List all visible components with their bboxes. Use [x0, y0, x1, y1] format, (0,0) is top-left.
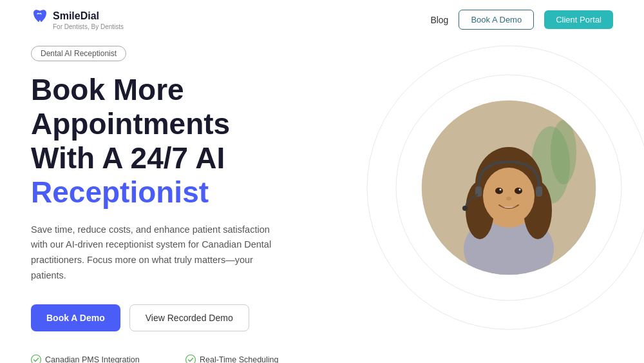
blog-link[interactable]: Blog — [430, 15, 448, 25]
svg-point-23 — [506, 197, 511, 201]
headline-prefix: With A 24/7 AI — [31, 141, 225, 175]
feature-label: Canadian PMS Integration — [45, 355, 140, 363]
svg-point-0 — [32, 355, 41, 363]
headline-suffix: Receptionist — [31, 175, 209, 209]
hero-image — [422, 101, 596, 275]
nav-book-demo-button[interactable]: Book A Demo — [459, 10, 534, 30]
logo-text: SmileDial — [53, 10, 99, 22]
svg-point-26 — [462, 206, 468, 211]
svg-point-22 — [519, 189, 521, 191]
svg-point-20 — [515, 188, 522, 194]
svg-point-19 — [495, 188, 503, 194]
nav-right: Blog Book A Demo Client Portal — [430, 10, 613, 30]
headline-line1: Book More Appointments — [31, 73, 366, 141]
cta-row: Book A Demo View Recorded Demo — [31, 304, 366, 331]
svg-point-18 — [483, 168, 535, 224]
headline-line2: With A 24/7 AI Receptionist — [31, 141, 366, 210]
hero-headline: Book More Appointments With A 24/7 AI Re… — [31, 73, 366, 210]
navbar: SmileDial For Dentists, By Dentists Blog… — [0, 0, 644, 39]
receptionist-illustration — [422, 101, 596, 275]
check-circle-icon — [185, 355, 196, 363]
main-content: Dental AI Receptionist Book More Appoint… — [0, 39, 644, 363]
svg-point-11 — [551, 120, 576, 184]
svg-rect-25 — [536, 186, 542, 197]
book-demo-button[interactable]: Book A Demo — [31, 304, 120, 331]
features-grid: Canadian PMS Integration Real-Time Sched… — [31, 355, 340, 363]
svg-point-1 — [186, 355, 196, 363]
logo-tagline: For Dentists, By Dentists — [53, 23, 124, 30]
logo-area: SmileDial For Dentists, By Dentists — [31, 9, 124, 30]
client-portal-button[interactable]: Client Portal — [544, 10, 613, 29]
check-circle-icon — [31, 355, 41, 363]
feature-item: Canadian PMS Integration — [31, 355, 185, 363]
left-column: Dental AI Receptionist Book More Appoint… — [31, 39, 366, 363]
logo-icon — [31, 9, 49, 23]
svg-point-21 — [500, 189, 502, 191]
right-column — [361, 20, 644, 355]
feature-label: Real-Time Scheduling — [200, 355, 279, 363]
hero-subtext: Save time, reduce costs, and enhance pat… — [31, 222, 289, 284]
view-recorded-demo-button[interactable]: View Recorded Demo — [129, 304, 249, 331]
hero-badge: Dental AI Receptionist — [31, 46, 126, 61]
feature-item: Real-Time Scheduling — [185, 355, 340, 363]
